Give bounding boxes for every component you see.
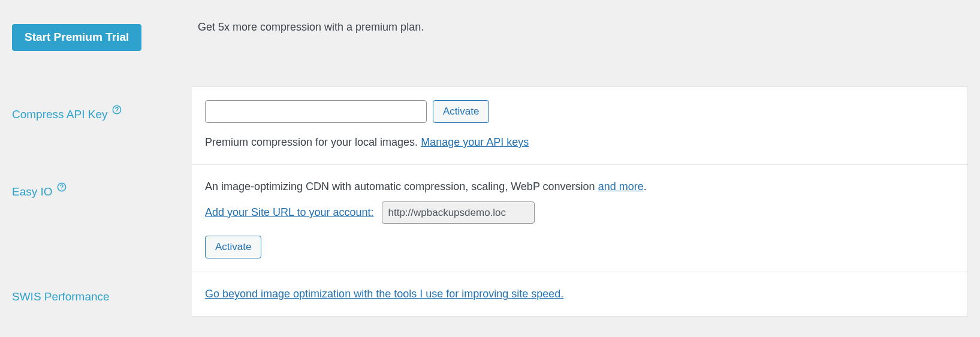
swis-performance-label[interactable]: SWIS Performance bbox=[12, 290, 110, 303]
easy-io-label[interactable]: Easy IO bbox=[12, 185, 53, 198]
swis-performance-link[interactable]: Go beyond image optimization with the to… bbox=[205, 288, 563, 300]
easy-io-row: Easy IO An image-optimizing CDN with aut… bbox=[12, 164, 968, 272]
add-site-url-link[interactable]: Add your Site URL to your account: bbox=[205, 206, 373, 218]
manage-api-keys-link[interactable]: Manage your API keys bbox=[421, 136, 529, 148]
compress-api-description: Premium compression for your local image… bbox=[205, 136, 421, 148]
compress-api-key-row: Compress API Key Activate Premium compre… bbox=[12, 87, 968, 165]
premium-trial-description: Get 5x more compression with a premium p… bbox=[198, 21, 424, 33]
easy-io-activate-button[interactable]: Activate bbox=[205, 236, 261, 258]
easy-io-description-prefix: An image-optimizing CDN with automatic c… bbox=[205, 180, 598, 192]
help-icon[interactable] bbox=[57, 182, 67, 192]
compress-api-activate-button[interactable]: Activate bbox=[433, 100, 489, 123]
site-url-input bbox=[382, 201, 535, 224]
svg-point-1 bbox=[117, 112, 117, 112]
compress-api-key-input[interactable] bbox=[205, 100, 427, 123]
swis-performance-row: SWIS Performance Go beyond image optimiz… bbox=[12, 272, 968, 317]
easy-io-description-suffix: . bbox=[644, 180, 647, 192]
start-premium-trial-button[interactable]: Start Premium Trial bbox=[12, 24, 141, 51]
compress-api-key-label[interactable]: Compress API Key bbox=[12, 107, 107, 120]
easy-io-and-more-link[interactable]: and more bbox=[598, 180, 644, 192]
premium-trial-row: Start Premium Trial Get 5x more compress… bbox=[12, 12, 968, 63]
help-icon[interactable] bbox=[112, 105, 122, 115]
svg-point-3 bbox=[62, 189, 62, 189]
